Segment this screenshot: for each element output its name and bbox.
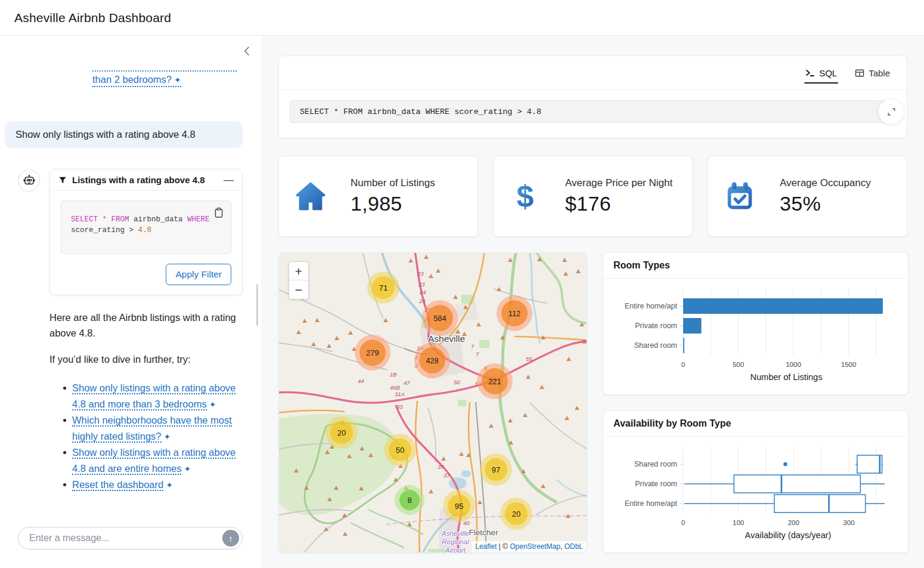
dashboard-main: SQL Table SELECT * FROM airbnb_data WHER… <box>262 36 924 568</box>
suggestion-link[interactable]: Which neighborhoods have the most highly… <box>72 415 232 443</box>
assistant-paragraph: Here are all the Airbnb listings with a … <box>49 310 241 341</box>
filter-card-header: Listings with a rating above 4.8 — <box>50 169 242 191</box>
tab-sql[interactable]: SQL <box>805 56 837 89</box>
chart-title: Room Types <box>603 253 908 279</box>
road-number-label: 37 <box>444 472 450 479</box>
openstreetmap-link[interactable]: OpenStreetMap <box>510 542 560 551</box>
stat-card-listings: Number of Listings 1,985 <box>278 156 478 237</box>
svg-text:100: 100 <box>733 519 744 526</box>
zoom-out-button[interactable]: − <box>289 280 308 299</box>
map-cluster-marker[interactable]: 112 <box>497 295 532 331</box>
road-number-label: 24 <box>418 298 426 304</box>
collapse-filter-card-button[interactable]: — <box>224 175 234 185</box>
map-cluster-marker[interactable]: 221 <box>477 363 513 399</box>
room-types-chart-card: Room Types Entire home/aptPrivate roomSh… <box>603 252 909 395</box>
road-number-label: 31A <box>395 391 405 397</box>
room-types-bar-chart: Entire home/aptPrivate roomShared room05… <box>603 279 908 395</box>
bot-avatar <box>18 169 40 192</box>
message-input[interactable] <box>18 533 222 544</box>
assistant-filter-row: Listings with a rating above 4.8 — SELEC… <box>18 169 243 295</box>
clipboard-icon <box>213 207 224 218</box>
stat-label: Average Occupancy <box>780 177 871 189</box>
svg-text:200: 200 <box>788 519 799 526</box>
filter-funnel-icon <box>58 176 67 184</box>
svg-text:Availability (days/year): Availability (days/year) <box>745 530 832 540</box>
sparkle-icon: ✦ <box>166 480 173 490</box>
dotted-underline <box>92 70 237 72</box>
road-number-label: 44 <box>358 378 364 384</box>
svg-text:300: 300 <box>843 519 854 526</box>
filter-card-body: SELECT * FROM airbnb_data WHEREscore_rat… <box>50 191 242 295</box>
filter-card: Listings with a rating above 4.8 — SELEC… <box>49 169 243 295</box>
suggestion-item: Show only listings with a rating above 4… <box>64 380 243 412</box>
suggestion-link[interactable]: Show only listings with a rating above 4… <box>72 447 235 475</box>
map-panel[interactable]: 2323242425253A221B4446B4731A505177855595… <box>278 252 587 553</box>
sparkle-icon: ✦ <box>184 464 191 474</box>
suggestion-item: Show only listings with a rating above 4… <box>64 444 243 477</box>
user-message-bubble: Show only listings with a rating above 4… <box>5 121 243 148</box>
chat-input-row: ↑ <box>18 527 243 550</box>
tab-table[interactable]: Table <box>855 56 890 89</box>
road-number-label: 46B <box>390 384 401 391</box>
arrow-up-icon: ↑ <box>228 534 233 543</box>
road-number-label: 59 <box>582 338 587 345</box>
svg-text:500: 500 <box>733 361 744 368</box>
availability-chart-card: Availability by Room Type Shared roomPri… <box>603 410 909 553</box>
svg-text:0: 0 <box>681 519 685 526</box>
road-number-label: 33 <box>396 403 403 410</box>
chat-scrollbar-thumb[interactable] <box>256 284 258 326</box>
map-zoom-control: + − <box>289 261 309 300</box>
zoom-in-button[interactable]: + <box>289 262 308 280</box>
suggestion-link[interactable]: Reset the dashboard <box>72 479 163 491</box>
calendar-check-icon <box>723 179 757 214</box>
sparkle-icon: ✦ <box>164 432 171 442</box>
road-number-label: 7 <box>476 351 479 357</box>
map-cluster-marker[interactable]: 97 <box>480 453 512 486</box>
copy-code-button[interactable] <box>213 207 224 220</box>
house-icon <box>293 179 328 214</box>
svg-text:Entire home/apt: Entire home/apt <box>625 302 678 310</box>
svg-text:Private room: Private room <box>635 480 677 488</box>
road-number-label: 37 <box>438 464 444 470</box>
map-cluster-marker[interactable]: 50 <box>384 434 416 466</box>
dollar-icon: $ <box>508 179 542 214</box>
map-label-asheville: AshevilleRegionalAirport <box>435 529 476 553</box>
stat-label: Average Price per Night <box>565 177 672 189</box>
map-cluster-marker[interactable]: 20 <box>500 498 532 530</box>
assistant-paragraph: If you’d like to dive in further, try: <box>49 351 241 367</box>
expand-query-button[interactable] <box>878 98 904 125</box>
sql-query-display[interactable]: SELECT * FROM airbnb_data WHERE score_ra… <box>290 100 896 123</box>
apply-filter-button[interactable]: Apply Filter <box>166 264 231 285</box>
send-message-button[interactable]: ↑ <box>222 530 239 547</box>
leaflet-link[interactable]: Leaflet <box>475 542 497 551</box>
stat-card-occupancy: Average Occupancy 35% <box>708 156 907 237</box>
road-number-label: 1B <box>390 371 397 378</box>
svg-text:$: $ <box>517 180 534 212</box>
stat-cards-row: Number of Listings 1,985 $ Average Price… <box>278 156 907 237</box>
app-header: Asheville Airbnb Dashboard <box>0 0 924 36</box>
expand-icon <box>886 107 897 117</box>
sql-code-block: SELECT * FROM airbnb_data WHEREscore_rat… <box>61 200 231 254</box>
road-number-label: 23 <box>417 270 424 277</box>
road-number-label: 23 <box>418 281 425 288</box>
road-number-label: 55 <box>526 356 532 362</box>
suggestion-link-clipped[interactable]: than 2 bedrooms?✦ <box>92 74 181 87</box>
map-cluster-marker[interactable]: 20 <box>325 416 358 449</box>
svg-text:0: 0 <box>681 361 685 368</box>
map-cluster-marker[interactable]: 8 <box>395 485 424 515</box>
odbl-link[interactable]: ODbL <box>565 542 583 551</box>
map-cluster-marker[interactable]: 428 <box>414 342 450 378</box>
road-number-label: 7 <box>471 343 475 350</box>
map-cluster-marker[interactable]: 279 <box>355 335 390 371</box>
suggestion-item: Reset the dashboard✦ <box>64 477 243 493</box>
map-cluster-marker[interactable]: 95 <box>443 490 475 522</box>
svg-text:1500: 1500 <box>841 361 857 368</box>
map-cluster-marker[interactable]: 584 <box>422 300 458 336</box>
sql-panel: SQL Table SELECT * FROM airbnb_data WHER… <box>278 55 907 138</box>
sql-panel-tabs: SQL Table <box>279 56 907 90</box>
svg-text:Number of Listings: Number of Listings <box>751 372 823 382</box>
road-number-label: 50 <box>454 379 460 385</box>
filter-card-title: Listings with a rating above 4.8 <box>72 175 224 185</box>
map-cluster-marker[interactable]: 71 <box>367 271 399 304</box>
stat-label: Number of Listings <box>351 177 435 189</box>
